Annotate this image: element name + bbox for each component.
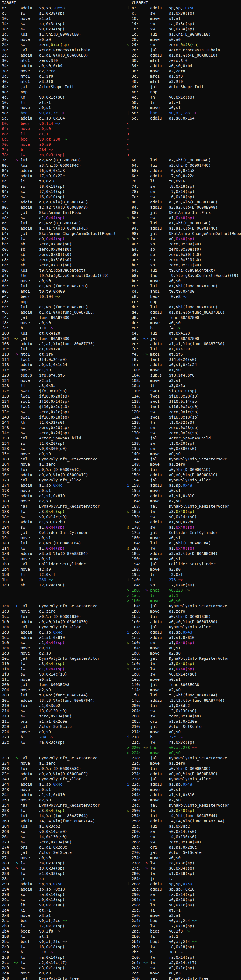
asm-line: 298: lh v0,0x1c(a0) [127,903,194,907]
asm-line: 44: jal ActorShape_Init [2,84,74,89]
asm-line: 1b8: move a1,zero [127,609,185,613]
asm-line: 10c: lui at,0x4120 [2,347,60,351]
asm-line: 15c: move a0,s1 [127,488,180,493]
asm-line: 174: addiu a1,s0,0x2b0 [127,520,194,524]
asm-line: 2a0: move a3,a1 [127,913,180,918]
asm-line: ec: addiu a1,a1,%lo(func_80A87C30) [127,342,225,346]
asm-line: 2c4: ~> lw a2,0x14c(t7) [127,960,197,965]
target-header: TARGET [2,0,16,5]
asm-line: 134: swc1 $f10,0x14(sp) [2,399,69,404]
asm-line: 2c: addiu a1,a1,%lo(D_80A88CE0) [2,53,88,57]
asm-line: 1a0: lui a3,%hi(D_80A88CB4) [2,541,81,545]
asm-line: 88: jal SkelAnime_InitFlex [127,210,211,215]
asm-line: 110: swc1 $f8,0x10(sp) [127,389,197,393]
asm-diff-view: TARGET 8: addiu sp,sp,-0x58 c: sw s1,0x3… [0,0,241,980]
asm-line: 200: lui a1,0x3db2 [127,703,190,708]
asm-line: 258: lw a3,0x4c(sp) [2,808,65,813]
asm-line: 244: addiu a1,sp,0x4c [2,782,62,786]
asm-line: cc: sb zero,0x311(s0) [2,263,72,267]
asm-line: 13c: sw v0,0x300(s0) [127,446,197,451]
asm-line: 18: sw s0,0x34(sp) [2,27,65,31]
asm-line: 2c0: lw t8,0x18(sp) [2,945,65,949]
asm-line: 210: jal Actor_SetScale [127,724,201,729]
asm-line: 44: jal ActorShape_Init [127,84,204,89]
asm-line: > 1a8: ~> bnez v0,220 ~> [127,588,190,592]
asm-line: e8: nop [2,299,39,304]
asm-line: 168: lui a0,%hi(D_06000A1C) [2,467,81,472]
asm-line: 1f8: lui t3,%hi(func_80A87F44) [127,693,218,697]
asm-line: d4: addiu a1,a1,%lo(func_80A87BEC) [127,310,225,314]
asm-line: 9c: addiu a3,a3,%lo(D_06001F4C) [2,200,88,204]
asm-line: a8: sb zero,0x30f(s0) [127,252,201,257]
asm-line: f4: jal func_80A87800 [2,315,69,320]
asm-line: 120: sub.s $f8,$f4,$f6 [2,373,65,377]
asm-line: 27c: ~> lw s0,0x34(sp) [127,866,194,870]
asm-line: < [127,126,129,131]
asm-line: 238: jal DynaPolyInfo_Alloc [127,777,211,781]
asm-line: < [127,147,129,152]
asm-line: 1b8: li t2,0xff [2,572,56,577]
asm-line: ec: lui a1,%hi(func_80A87BEC) [2,305,88,309]
asm-line: 250: move a2,s0 [2,798,51,802]
asm-line: i 8: addiu sp,sp,-0x50 [127,6,194,10]
asm-line: 1c: lui a1,%hi(D_80A88CE0) [2,32,81,37]
asm-line: s 9c: lw a0,0x40(sp) [127,237,194,241]
asm-line: 2a4: li at,-1 [2,908,51,912]
asm-line: 274: move a0,s0 [127,856,180,860]
asm-line: 22c: move a1,zero [127,761,185,765]
asm-line: 90: sw t8,0x18(sp) [2,184,65,189]
asm-line: 17c: jal Collider_InitCylinder [127,530,218,535]
asm-line: 28: jal Actor_ProcessInitChain [2,48,90,52]
asm-line: 11c: lwc1 $f16,0x2c(s0) [127,404,199,409]
asm-line: 128: li a3,0x5a [2,383,56,388]
asm-line: 5c: addiu a1,s0,0x164 [127,116,194,120]
asm-line: < [127,132,129,136]
asm-line: 17c: addiu a1,s1,0x810 [2,493,65,498]
asm-line: 34: addiu a0,s0,0xb4 [127,64,192,68]
asm-line: 230: ~> jal DynaPolyInfo_SetActorMove [2,756,97,760]
asm-line: 2b4: beql v0,at,2f4 ~> [127,939,197,944]
asm-line: 134: jal Actor_SpawnAsChild [127,436,211,440]
asm-line: 178: move a0,s1 [2,488,51,493]
asm-line: 1d8: addiu a1,sp,0x4c [2,630,62,635]
asm-line: 18: sw s0,0x34(sp) [127,27,194,31]
asm-line: 224: move a0,s0 [2,730,51,734]
asm-line: 168: jal DynaPolyInfo_RegisterActor [127,504,230,509]
asm-line: 28: jal Actor_ProcessInitChain [127,48,220,52]
asm-line: 25c: lui a1,0x3db2 [127,824,190,829]
asm-line: > 1ac: li at,1 [127,593,178,598]
asm-line: 40: mfc1 a3,$f0 [127,79,183,84]
asm-line: 208: lui t3,%hi(func_80A87F44) [2,693,88,697]
asm-line: s 24: sw zero,0x48(sp) [127,43,199,47]
asm-line: 19c: move a0,s1 [2,536,51,540]
asm-line: 21c: ori a1,a1,0x2d0e [2,719,67,724]
asm-line: dc: lui a1,%hi(func_80A87C30) [2,284,88,288]
asm-line: 188: lw a3,0x4c(sp) [2,509,65,514]
asm-line: 48: nop [127,90,169,94]
asm-line: 138: sw t1,0x20(sp) [127,441,194,445]
asm-line: 140: move a0,s0 [127,452,180,456]
asm-line: 94: addiu a1,a1,%lo(D_06001F4C) [127,226,218,231]
asm-line: 98: jal SkelAnime_ChangeAnimDefaultRepea… [127,231,241,236]
asm-line: 74: b 284 ~> [2,147,53,152]
asm-line: 214: sw t3,0x130(s0) [2,709,67,713]
asm-line: 7c: sw t6,0x10(sp) [127,195,194,199]
asm-line: 12c: sw zero,0x28(sp) [127,425,199,430]
asm-line: 104: ~> jal func_80A87800 [2,336,69,340]
asm-line: 268: sw zero,0x134(s0) [127,840,201,844]
asm-line: 1d0: addiu a0,a0,%lo(D_06001830) [2,619,88,624]
asm-line: 198: move a2,s0 [127,567,180,571]
target-column: TARGET 8: addiu sp,sp,-0x58 c: sw s1,0x3… [0,0,123,980]
asm-line: 8c: li t8,0x16 [2,179,56,183]
asm-line: b0: sb zero,0x311(s0) [127,263,201,267]
asm-line: 198: jal Collider_InitCylinder [2,530,88,535]
asm-line: b8: lhu t9,%lo(gSaveContext+0xeda)(t9) [127,273,239,278]
asm-line: 248: move a2,s0 [127,798,180,802]
asm-line: fc: addiu a0,s1,0x1c24 [127,363,197,367]
asm-line: i 1a0: b 278 ~> [127,578,183,582]
asm-line: 1f4: move a2,v0 [127,688,180,692]
asm-line: 2ac: beqz v0,2f0 ~> [127,929,190,933]
asm-line: 1e4: move a0,s1 [2,646,51,650]
asm-line: ac: sb zero,0x310(s0) [127,258,201,262]
asm-line: 104: sub.s $f8,$f4,$f6 [127,373,194,377]
